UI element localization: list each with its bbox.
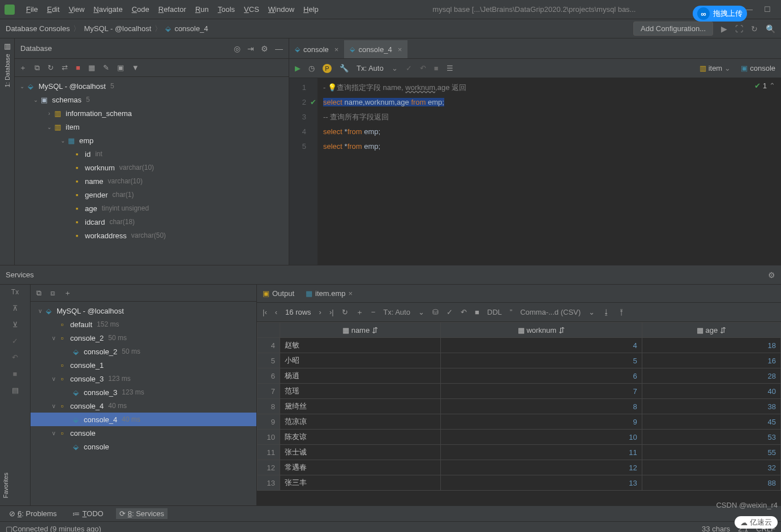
commit-icon[interactable]: ✓ xyxy=(406,64,412,72)
menu-refactor[interactable]: Refactor xyxy=(154,3,191,16)
stop3-icon[interactable]: ■ xyxy=(475,308,479,316)
status-tab[interactable]: ⟳8: Services xyxy=(116,508,168,519)
close-icon[interactable]: × xyxy=(334,45,339,54)
tree-emp-table[interactable]: ⌄▦ emp xyxy=(15,134,289,147)
gear-icon[interactable]: ⚙ xyxy=(261,44,268,53)
refresh-icon[interactable]: ↻ xyxy=(48,63,54,72)
col-header[interactable]: ▦ name ⇵ xyxy=(280,323,441,338)
check2-icon[interactable]: ✓ xyxy=(12,337,18,345)
rollback-icon[interactable]: ↶ xyxy=(420,64,426,72)
breadcrumb[interactable]: Database Consoles〉 MySQL - @localhost〉 ⬙… xyxy=(6,24,208,34)
add-icon[interactable]: ＋ xyxy=(19,63,27,73)
table-row[interactable]: 7范瑶740 xyxy=(258,384,781,399)
menu-edit[interactable]: Edit xyxy=(42,3,64,16)
add-row-icon[interactable]: ＋ xyxy=(356,307,363,318)
add2-icon[interactable]: ＋ xyxy=(64,288,71,298)
ddl-button[interactable]: DDL xyxy=(487,308,502,316)
quote-icon[interactable]: ” xyxy=(510,308,512,316)
services-tree-item[interactable]: v▫console_440 ms xyxy=(31,399,256,413)
table-row[interactable]: 9范凉凉945 xyxy=(258,414,781,430)
tx-mode2[interactable]: Tx: Auto xyxy=(383,308,410,316)
console-badge-label[interactable]: console xyxy=(750,64,775,72)
tree-schemas[interactable]: ⌄▣ schemas 5 xyxy=(15,93,289,106)
menu-view[interactable]: View xyxy=(64,3,89,16)
services-gear-icon[interactable]: ⚙ xyxy=(768,271,775,280)
status-tab[interactable]: ≔TODO xyxy=(69,508,106,519)
services-tree-item[interactable]: ▫default152 ms xyxy=(31,318,256,331)
table-row[interactable]: 5小昭516 xyxy=(258,353,781,368)
bc-1[interactable]: MySQL - @localhost xyxy=(84,24,151,33)
tree-item-schema[interactable]: ⌄▥ item xyxy=(15,120,289,134)
stop2-icon[interactable]: ■ xyxy=(13,370,18,378)
p-icon[interactable]: P xyxy=(323,64,332,73)
code-editor[interactable]: - 💡查询指定字段 name, worknum,age 返回select nam… xyxy=(317,78,781,265)
services-tree-item[interactable]: ⬙console xyxy=(31,440,256,453)
analysis-badge[interactable]: ✔ 1 ⌃ xyxy=(754,81,775,90)
tree-column[interactable]: ▪agetinyint unsigned xyxy=(15,201,289,215)
table-row[interactable]: 4赵敏418 xyxy=(258,338,781,353)
status-tab[interactable]: ⊘6: Problems xyxy=(6,508,60,519)
tree-column[interactable]: ▪idcardchar(18) xyxy=(15,215,289,229)
services-tree-item[interactable]: ⬙console_3123 ms xyxy=(31,385,256,399)
table-icon[interactable]: ▦ xyxy=(88,63,95,72)
tree-column[interactable]: ▪idint xyxy=(15,147,289,161)
upload-icon[interactable]: ⭱ xyxy=(618,308,625,316)
maximize-icon[interactable]: ☐ xyxy=(764,5,771,14)
table-row[interactable]: 13张三丰1388 xyxy=(258,475,781,491)
editor-tab[interactable]: ⬙console× xyxy=(289,40,344,58)
menu-window[interactable]: Window xyxy=(264,3,299,16)
commit2-icon[interactable]: ✓ xyxy=(447,308,453,316)
csv-dropdown[interactable]: Comma-...d (CSV) xyxy=(520,308,581,316)
bc-2[interactable]: console_4 xyxy=(174,24,208,33)
stop-icon[interactable]: ■ xyxy=(76,63,80,72)
table-row[interactable]: 11张士诚1155 xyxy=(258,445,781,460)
services-tree-item[interactable]: v▫console_3123 ms xyxy=(31,372,256,385)
table-row[interactable]: 6杨逍628 xyxy=(258,368,781,384)
last-page-icon[interactable]: ›| xyxy=(329,308,334,316)
services-tree-item[interactable]: ▫console_1 xyxy=(31,358,256,372)
menu-file[interactable]: File xyxy=(22,3,42,16)
collapse-icon[interactable]: ⇥ xyxy=(247,44,254,53)
rerun-icon[interactable]: ↻ xyxy=(751,24,758,33)
filter-icon[interactable]: ▼ xyxy=(132,63,139,72)
next-page-icon[interactable]: › xyxy=(319,308,321,316)
group-icon[interactable]: ⧉ xyxy=(36,289,41,298)
tree-column[interactable]: ▪workaddressvarchar(50) xyxy=(15,229,289,242)
search-icon[interactable]: 🔍 xyxy=(766,24,775,33)
database-tab-label[interactable]: 1: Database xyxy=(4,54,11,87)
services-tree-item[interactable]: v▫console_250 ms xyxy=(31,331,256,345)
menu-vcs[interactable]: VCS xyxy=(239,3,264,16)
sync-icon[interactable]: ⇄ xyxy=(62,63,68,72)
console-open-icon[interactable]: ▣ xyxy=(117,63,124,72)
hide-icon[interactable]: — xyxy=(275,44,283,53)
close-icon[interactable]: × xyxy=(398,45,402,54)
services-tree[interactable]: v⬙MySQL - @localhost▫default152 msv▫cons… xyxy=(31,302,256,505)
debug-icon[interactable]: ⛶ xyxy=(735,24,743,33)
db-tree[interactable]: ⌄⬙ MySQL - @localhost 5 ⌄▣ schemas 5 ›▥ … xyxy=(15,77,289,265)
editor-tab[interactable]: ⬙console_4× xyxy=(344,40,407,58)
col-header[interactable]: ▦ age ⇵ xyxy=(642,323,780,338)
tab-close-icon[interactable]: × xyxy=(349,289,353,298)
tree-info-schema[interactable]: ›▥ information_schema xyxy=(15,106,289,120)
prev-page-icon[interactable]: ‹ xyxy=(275,308,277,316)
services-tree-item[interactable]: v▫console xyxy=(31,426,256,440)
services-tree-item[interactable]: ⬙console_440 ms xyxy=(31,413,256,426)
tree-column[interactable]: ▪namevarchar(10) xyxy=(15,174,289,188)
edit-icon[interactable]: ✎ xyxy=(103,63,109,72)
menu-tools[interactable]: Tools xyxy=(213,3,239,16)
table-row[interactable]: 8黛绮丝838 xyxy=(258,399,781,414)
tx-icon[interactable]: Tx xyxy=(11,288,19,296)
tree-column[interactable]: ▪worknumvarchar(10) xyxy=(15,161,289,174)
menu-run[interactable]: Run xyxy=(191,3,213,16)
clock-icon[interactable]: ◷ xyxy=(308,64,315,72)
stop-run-icon[interactable]: ■ xyxy=(434,64,439,72)
target-icon[interactable]: ◎ xyxy=(234,44,241,53)
execute-icon[interactable]: ▶ xyxy=(295,64,301,72)
upload-widget[interactable]: ∞ 拖拽上传 xyxy=(693,6,747,22)
bc-0[interactable]: Database Consoles xyxy=(6,24,70,33)
menu-help[interactable]: Help xyxy=(299,3,323,16)
explain-icon[interactable]: ☰ xyxy=(447,64,453,72)
run-config-dropdown[interactable]: Add Configuration... xyxy=(633,22,713,36)
collapse2-icon[interactable]: ⊻ xyxy=(12,320,18,329)
col-header[interactable]: ▦ worknum ⇵ xyxy=(440,323,642,338)
